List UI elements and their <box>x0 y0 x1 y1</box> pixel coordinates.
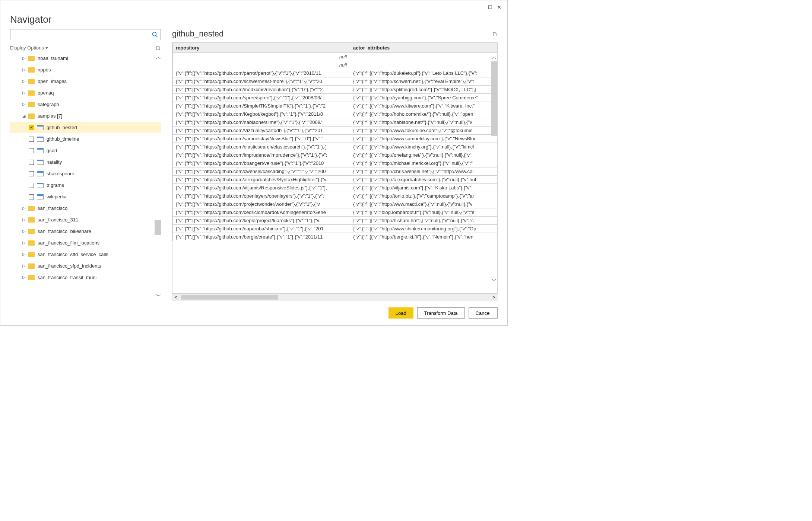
hscroll-right[interactable]: > <box>490 294 498 300</box>
caret-icon[interactable]: ▷ <box>21 90 26 95</box>
tree-scroll-thumb[interactable] <box>155 220 161 235</box>
table-row[interactable]: {"v":{"f":[{"v":"https://github.com/berg… <box>173 233 497 241</box>
tree-item-openaq[interactable]: ▷openaq <box>10 87 161 99</box>
tree-item-label: san_francisco_sffd_service_calls <box>38 252 108 257</box>
checkbox[interactable] <box>29 194 34 199</box>
checkbox[interactable] <box>29 148 34 153</box>
tree-item-nppes[interactable]: ▷nppes <box>10 64 161 76</box>
tree-item-trigrams[interactable]: trigrams <box>10 179 161 191</box>
cancel-button[interactable]: Cancel <box>469 307 498 319</box>
checkbox[interactable] <box>29 171 34 176</box>
table-row[interactable]: {"v":{"f":[{"v":"https://github.com/schw… <box>173 77 497 86</box>
tree-item-san-francisco[interactable]: ▷san_francisco <box>10 202 161 214</box>
cell-repository: {"v":{"f":[{"v":"https://github.com/kepl… <box>173 217 350 225</box>
cell-actor_attributes: {"v":{"f":[{"v":"http://nablaone.net/"},… <box>350 118 497 127</box>
tree-item-github-nested[interactable]: ✓github_nested <box>10 122 161 133</box>
caret-icon[interactable]: ▷ <box>21 206 26 211</box>
tree-item-natality[interactable]: natality <box>10 156 161 168</box>
column-header-repository[interactable]: repository <box>173 43 350 53</box>
table-scroll-down[interactable]: ﹀ <box>492 277 497 284</box>
refresh-icon[interactable]: 🗋 <box>155 45 161 51</box>
table-row[interactable]: {"v":{"f":[{"v":"https://github.com/Simp… <box>173 102 497 110</box>
search-input[interactable] <box>10 29 149 40</box>
table-row[interactable]: {"v":{"f":[{"v":"https://github.com/spre… <box>173 94 497 102</box>
table-row[interactable]: {"v":{"f":[{"v":"https://github.com/Vizz… <box>173 127 497 135</box>
tree-item-san-francisco-sfpd-incidents[interactable]: ▷san_francisco_sfpd_incidents <box>10 260 161 272</box>
tree-item-label: openaq <box>38 90 54 96</box>
table-row[interactable]: {"v":{"f":[{"v":"https://github.com/impr… <box>173 151 497 159</box>
table-row[interactable]: {"v":{"f":[{"v":"https://github.com/bban… <box>173 159 497 167</box>
cell-repository: {"v":{"f":[{"v":"https://github.com/schw… <box>173 77 350 86</box>
table-row[interactable]: null <box>173 53 497 61</box>
cell-repository: {"v":{"f":[{"v":"https://github.com/spre… <box>173 94 350 102</box>
navigator-tree-pane: Display Options ▾ 🗋 ▷noaa_tsunami▷nppes▷… <box>10 29 161 301</box>
tree-item-shakespeare[interactable]: shakespeare <box>10 168 161 179</box>
caret-icon[interactable]: ▷ <box>21 252 26 257</box>
tree-item-san-francisco-transit-muni[interactable]: ▷san_francisco_transit_muni <box>10 272 161 283</box>
tree-item-wikipedia[interactable]: wikipedia <box>10 191 161 202</box>
hscroll-left[interactable]: < <box>172 294 180 300</box>
tree-item-san-francisco-311[interactable]: ▷san_francisco_311 <box>10 214 161 226</box>
tree-item-open-images[interactable]: ▷open_images <box>10 76 161 87</box>
table-row[interactable]: {"v":{"f":[{"v":"https://github.com/napa… <box>173 225 497 233</box>
checkbox[interactable] <box>29 160 34 165</box>
table-row[interactable]: {"v":{"f":[{"v":"https://github.com/Kegb… <box>173 110 497 118</box>
tree-scroll-up[interactable]: ︿ <box>156 54 161 61</box>
table-row[interactable]: {"v":{"f":[{"v":"https://github.com/cedr… <box>173 208 497 217</box>
caret-icon[interactable]: ◢ <box>21 114 26 118</box>
preview-refresh-icon[interactable]: 🗋 <box>492 31 498 37</box>
caret-icon[interactable]: ▷ <box>21 217 26 222</box>
maximize-button[interactable]: ☐ <box>486 3 495 12</box>
svg-point-0 <box>153 32 156 36</box>
table-row[interactable]: {"v":{"f":[{"v":"https://github.com/parr… <box>173 69 497 77</box>
table-row[interactable]: {"v":{"f":[{"v":"https://github.com/open… <box>173 192 497 200</box>
table-row[interactable]: {"v":{"f":[{"v":"https://github.com/vilj… <box>173 184 497 192</box>
preview-pane: github_nested 🗋 repositoryactor_attribut… <box>172 29 498 301</box>
tree-scroll-down[interactable]: ﹀ <box>156 293 161 299</box>
checkbox[interactable] <box>29 183 34 188</box>
table-row[interactable]: {"v":{"f":[{"v":"https://github.com/modx… <box>173 86 497 94</box>
checkbox[interactable]: ✓ <box>29 125 34 130</box>
caret-icon[interactable]: ▷ <box>21 275 26 280</box>
table-row[interactable]: {"v":{"f":[{"v":"https://github.com/elas… <box>173 143 497 151</box>
caret-icon[interactable]: ▷ <box>21 79 26 84</box>
table-row[interactable]: {"v":{"f":[{"v":"https://github.com/kepl… <box>173 217 497 225</box>
hscroll-thumb[interactable] <box>181 295 278 300</box>
transform-data-button[interactable]: Transform Data <box>417 307 465 319</box>
caret-icon[interactable]: ▷ <box>21 229 26 234</box>
cell-actor_attributes: {"v":{"f":[{"v":"http://ryanbigg.com"},{… <box>350 94 497 102</box>
display-options-dropdown[interactable]: Display Options ▾ <box>10 45 48 51</box>
tree-item-safegraph[interactable]: ▷safegraph <box>10 99 161 110</box>
table-row[interactable]: {"v":{"f":[{"v":"https://github.com/proj… <box>173 200 497 208</box>
checkbox[interactable] <box>29 137 34 142</box>
table-row[interactable]: {"v":{"f":[{"v":"https://github.com/nabl… <box>173 118 497 127</box>
table-row[interactable]: null <box>173 61 497 69</box>
tree-item-san-francisco-bikeshare[interactable]: ▷san_francisco_bikeshare <box>10 226 161 237</box>
tree-item-label: trigrams <box>47 182 64 188</box>
table-vscroll-thumb[interactable] <box>491 61 497 136</box>
cell-repository: {"v":{"f":[{"v":"https://github.com/Kegb… <box>173 110 350 118</box>
load-button[interactable]: Load <box>388 307 413 319</box>
tree-item-san-francisco-film-locations[interactable]: ▷san_francisco_film_locations <box>10 237 161 249</box>
tree-item-gsod[interactable]: gsod <box>10 145 161 156</box>
tree-item-label: san_francisco_film_locations <box>38 240 99 246</box>
column-header-actor_attributes[interactable]: actor_attributes <box>350 43 497 53</box>
table-scroll-up[interactable]: ︿ <box>492 54 497 61</box>
tree-item-samples--7-[interactable]: ◢samples [7] <box>10 110 161 122</box>
cell-repository: {"v":{"f":[{"v":"https://github.com/napa… <box>173 225 350 233</box>
search-icon[interactable] <box>149 29 161 40</box>
caret-icon[interactable]: ▷ <box>21 56 26 61</box>
close-button[interactable]: ✕ <box>495 3 504 12</box>
tree-item-san-francisco-sffd-service-calls[interactable]: ▷san_francisco_sffd_service_calls <box>10 249 161 260</box>
caret-icon[interactable]: ▷ <box>21 240 26 245</box>
table-row[interactable]: {"v":{"f":[{"v":"https://github.com/alex… <box>173 176 497 184</box>
table-row[interactable]: {"v":{"f":[{"v":"https://github.com/samu… <box>173 135 497 143</box>
tree-item-noaa-tsunami[interactable]: ▷noaa_tsunami <box>10 52 161 64</box>
tree-item-label: noaa_tsunami <box>38 55 68 61</box>
table-row[interactable]: {"v":{"f":[{"v":"https://github.com/cwen… <box>173 167 497 176</box>
tree-item-github-timeline[interactable]: github_timeline <box>10 133 161 145</box>
caret-icon[interactable]: ▷ <box>21 263 26 268</box>
caret-icon[interactable]: ▷ <box>21 67 26 72</box>
tree-item-label: san_francisco_sfpd_incidents <box>38 263 101 269</box>
caret-icon[interactable]: ▷ <box>21 102 26 107</box>
